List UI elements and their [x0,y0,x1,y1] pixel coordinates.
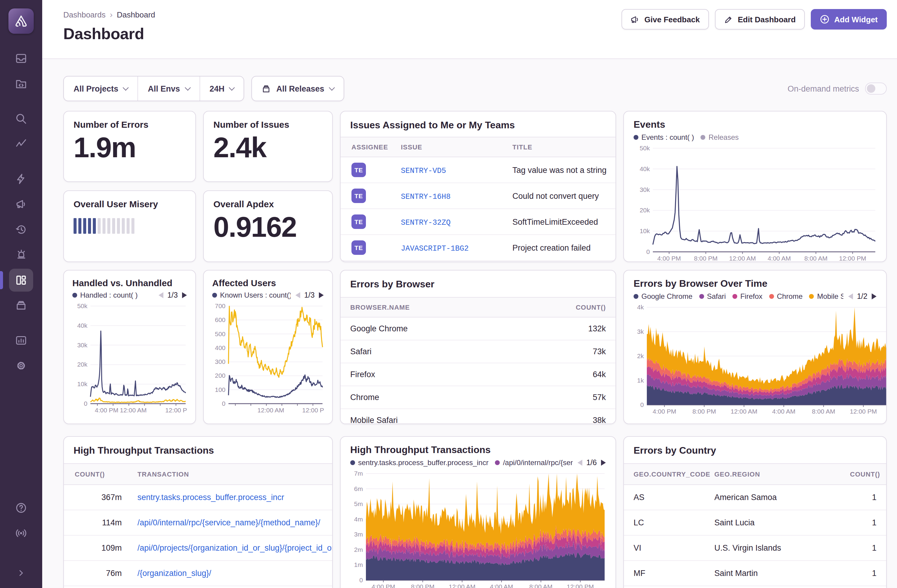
legend-item[interactable]: Known Users : count() [212,291,290,299]
transaction-link[interactable]: /api/0/internal/rpc/{service_name}/{meth… [124,518,332,527]
legend-item[interactable]: Google Chrome [634,292,692,301]
country-code: LC [624,518,714,527]
misery-bar [117,218,120,234]
browser-count: 64k [561,370,615,379]
transaction-link[interactable]: sentry.tasks.process_buffer.process_incr [124,493,332,502]
column-header-issue[interactable]: ISSUE [401,144,513,151]
transaction-link[interactable]: /{organization_slug}/ [124,569,332,578]
table-row: Chrome 57k [341,386,615,409]
sidebar-item-projects[interactable] [9,72,33,95]
assignee-avatar[interactable]: TE [351,214,366,229]
svg-text:3k: 3k [637,328,644,335]
pager-prev-icon[interactable] [577,460,582,466]
issue-link[interactable]: SENTRY-VD5 [401,167,446,175]
affected-users-line-chart[interactable]: 010020030040050060070012:00 AM12:00 P [212,303,325,414]
ondemand-metrics-toggle[interactable] [865,82,887,95]
sidebar-item-alerts[interactable] [9,243,33,266]
column-header-count[interactable]: COUNT() [850,470,886,478]
releases-filter-label: All Releases [276,84,325,93]
handled-line-chart[interactable]: 010k20k30k40k50k4:00 PM12:00 AM12:00 P [72,303,188,414]
events-line-chart[interactable]: 010k20k30k40k50k4:00 PM8:00 PM12:00 AM4:… [634,145,878,262]
svg-text:0: 0 [640,401,644,408]
sidebar-item-releases[interactable] [9,294,33,317]
column-header-browser-name[interactable]: BROWSER.NAME [341,304,561,311]
widget-row-3: High Throughput Transactions COUNT() TRA… [63,436,887,588]
sidebar-item-metrics[interactable] [9,133,33,156]
issue-link[interactable]: JAVASCRIPT-1BG2 [401,244,469,253]
filter-bar: All Projects All Envs 24H [63,76,887,101]
chevron-right-icon [15,567,27,579]
assignee-avatar[interactable]: TE [351,189,366,203]
legend-item[interactable]: Chrome [769,292,803,301]
sidebar-item-replays[interactable] [9,218,33,241]
date-range-filter[interactable]: 24H [199,76,244,101]
sidebar-item-stats[interactable] [9,329,33,352]
table-row: Firefox 64k [341,363,615,386]
give-feedback-button[interactable]: Give Feedback [621,9,709,29]
edit-dashboard-label: Edit Dashboard [738,15,796,24]
sentry-logo[interactable] [8,8,34,34]
table-row: MF Saint Martin 1 [624,561,886,586]
browser-name: Mobile Safari [341,416,561,424]
sidebar-item-help[interactable] [9,496,33,519]
pager-next-icon[interactable] [601,460,606,466]
legend-item[interactable]: /api/0/internal/rpc/{service_name}/{meth… [495,458,572,467]
sidebar-item-settings[interactable] [9,354,33,377]
throughput-stacked-area-chart[interactable]: 01m2m3m4m5m6m7m4:00 PM8:00 PM12:00 AM4:0… [350,470,607,588]
sidebar-item-dashboards[interactable] [9,269,33,292]
widget-title: Handled vs. Unhandled [72,278,187,288]
edit-dashboard-button[interactable]: Edit Dashboard [715,9,805,29]
legend-item[interactable]: sentry.tasks.process_buffer.process_incr [350,458,488,467]
legend-item[interactable]: Mobile Safari [809,292,843,301]
column-header-count[interactable]: COUNT() [561,304,615,311]
widget-user-misery[interactable]: Overall User Misery [63,190,196,262]
browser-stacked-area-chart[interactable]: 01k2k3k4k4:00 PM8:00 PM12:00 AM4:00 AM8:… [634,304,887,416]
sidebar-item-search[interactable] [9,107,33,130]
assignee-avatar[interactable]: TE [351,240,366,255]
environments-filter[interactable]: All Envs [138,76,199,101]
legend-item[interactable]: Events : count( ) [634,133,694,142]
widget-number-of-errors[interactable]: Number of Errors 1.9m [63,111,196,182]
legend-label: /api/0/internal/rpc/{service_name}/{meth… [503,458,572,467]
widget-number-of-issues[interactable]: Number of Issues 2.4k [203,111,333,182]
widget-apdex[interactable]: Overall Apdex 0.9162 [203,190,333,262]
column-header-country-code[interactable]: GEO.COUNTRY_CODE [624,470,714,478]
table-header: COUNT() TRANSACTION [64,463,332,485]
pager-prev-icon[interactable] [848,293,853,299]
breadcrumb-dashboards[interactable]: Dashboards [63,10,106,19]
pager-prev-icon[interactable] [295,292,300,298]
pager-prev-icon[interactable] [158,292,163,298]
column-header-transaction[interactable]: TRANSACTION [124,470,332,478]
column-header-title[interactable]: TITLE [513,144,615,151]
legend-item[interactable]: Safari [699,292,726,301]
legend-item[interactable]: Releases [701,133,739,142]
pager-next-icon[interactable] [182,292,187,298]
misery-bar [107,218,110,234]
widget-title: High Throughput Transactions [350,444,606,455]
sidebar-collapse[interactable] [9,562,33,584]
sidebar-item-quickstart[interactable] [9,168,33,190]
issue-link[interactable]: SENTRY-16H8 [401,193,451,201]
assignee-avatar[interactable]: TE [351,163,366,177]
table-header: ASSIGNEE ISSUE TITLE [341,137,615,157]
pager-next-icon[interactable] [872,293,877,299]
issue-link[interactable]: SENTRY-32ZQ [401,219,451,227]
svg-text:1m: 1m [354,561,363,568]
column-header-count[interactable]: COUNT() [64,470,124,478]
sidebar-item-feedback[interactable] [9,193,33,216]
svg-text:12:00 P: 12:00 P [302,407,324,414]
add-widget-button[interactable]: Add Widget [811,9,887,29]
projects-filter[interactable]: All Projects [64,76,138,101]
legend-item[interactable]: Firefox [732,292,762,301]
sidebar-item-issues[interactable] [9,47,33,70]
environments-filter-label: All Envs [148,84,180,93]
releases-filter[interactable]: All Releases [252,76,344,101]
column-header-assignee[interactable]: ASSIGNEE [341,144,401,151]
pager-next-icon[interactable] [319,292,324,298]
legend-item[interactable]: Handled : count( ) [72,291,138,299]
widget-row-1: Number of Errors 1.9m Overall User Miser… [63,111,887,262]
transaction-link[interactable]: /api/0/projects/{organization_id_or_slug… [124,544,332,553]
issue-title: SoftTimeLimitExceeded [513,217,615,226]
sidebar-item-whats-new[interactable] [9,522,33,545]
column-header-region[interactable]: GEO.REGION [714,470,850,478]
